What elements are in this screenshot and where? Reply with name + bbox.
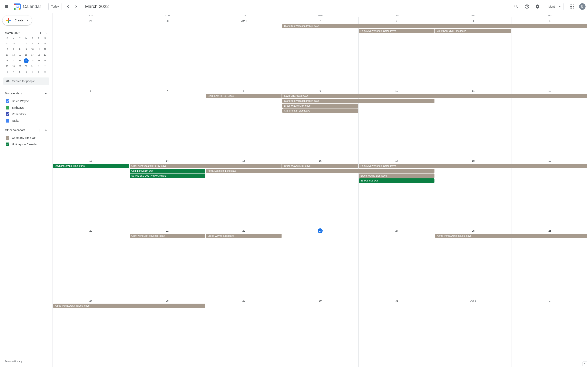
mini-day-cell[interactable]: 2 [42, 64, 48, 69]
date-number[interactable]: 15 [205, 157, 282, 163]
mini-day-cell[interactable]: 12 [42, 47, 48, 52]
date-number[interactable]: 17 [359, 157, 435, 163]
date-number[interactable]: 10 [359, 87, 435, 93]
mini-day-cell[interactable]: 2 [23, 41, 29, 47]
calendar-event[interactable]: Bruce Wayne Sick leave [282, 164, 358, 168]
calendar-event[interactable]: Clark Kent In Lieu leave [206, 94, 282, 98]
calendar-item[interactable]: Birthdays [4, 104, 51, 111]
date-number[interactable]: 27 [52, 17, 129, 24]
mini-next-button[interactable] [43, 30, 49, 36]
mini-day-cell[interactable]: 1 [35, 64, 42, 69]
mini-day-cell[interactable]: 16 [23, 52, 29, 58]
date-number[interactable]: Mar 1 [205, 17, 282, 24]
checkbox-icon[interactable] [6, 106, 9, 109]
date-number[interactable]: 29 [205, 297, 282, 303]
mini-day-cell[interactable]: 21 [10, 58, 17, 64]
checkbox-icon[interactable] [6, 112, 9, 116]
mini-day-cell[interactable]: 11 [35, 47, 42, 52]
terms-link[interactable]: Terms [5, 360, 12, 363]
mini-day-cell[interactable]: 7 [29, 69, 35, 75]
date-number[interactable]: 2 [282, 17, 359, 24]
mini-day-cell[interactable]: 5 [17, 69, 23, 75]
mini-day-cell[interactable]: 8 [17, 47, 23, 52]
calendar-item[interactable]: Holidays in Canada [4, 141, 51, 148]
date-number[interactable]: 8 [205, 87, 282, 93]
mini-day-cell[interactable]: 3 [29, 41, 35, 47]
calendar-item[interactable]: Tasks [4, 117, 51, 124]
calendar-event[interactable]: Bruce Wayne Sick leave [359, 174, 434, 178]
date-number[interactable]: 28 [129, 17, 206, 24]
mini-day-cell[interactable]: 13 [4, 52, 10, 58]
calendar-item[interactable]: Company Time Off [4, 134, 51, 141]
search-button[interactable] [511, 2, 521, 11]
date-number[interactable]: 23 [282, 227, 359, 233]
mini-prev-button[interactable] [38, 30, 43, 36]
date-number[interactable]: 19 [511, 157, 588, 163]
date-number[interactable]: 13 [52, 157, 129, 163]
calendar-event[interactable]: St. Patrick's Day [359, 178, 434, 183]
privacy-link[interactable]: Privacy [14, 360, 22, 363]
search-people-input[interactable]: Search for people [3, 77, 49, 85]
calendar-event[interactable]: Layla Miller Sick leave [282, 94, 587, 98]
date-number[interactable]: 21 [129, 227, 206, 233]
date-number[interactable]: 31 [359, 297, 435, 303]
mini-day-cell[interactable]: 1 [17, 41, 23, 47]
date-number[interactable]: 11 [435, 87, 512, 93]
calendar-event[interactable]: Alfred Pennyworth In Lieu leave [435, 234, 587, 238]
calendar-item[interactable]: Bruce Wayne [4, 98, 51, 104]
calendar-item[interactable]: Reminders [4, 111, 51, 117]
mini-day-cell[interactable]: 18 [35, 52, 42, 58]
my-calendars-header[interactable]: My calendars [2, 89, 51, 98]
mini-day-cell[interactable]: 15 [17, 52, 23, 58]
settings-button[interactable] [533, 2, 543, 11]
calendar-event[interactable]: Clark Kent Sick leave for today [130, 234, 205, 238]
prev-period-button[interactable] [64, 2, 72, 11]
mini-day-cell[interactable]: 14 [10, 52, 17, 58]
mini-day-cell[interactable]: 4 [10, 69, 17, 75]
date-number[interactable]: 5 [511, 17, 588, 24]
calendar-event[interactable]: Paige Avery Work in Office leave [359, 29, 434, 33]
date-number[interactable]: 12 [511, 87, 588, 93]
mini-day-cell[interactable]: 19 [42, 52, 48, 58]
app-logo[interactable]: 23 Calendar [13, 2, 41, 11]
calendar-event[interactable]: Bruce Wayne Sick leave [206, 234, 282, 238]
calendar-event[interactable]: Clark Kent In Lieu leave [282, 108, 358, 113]
mini-day-cell[interactable]: 28 [10, 41, 17, 47]
checkbox-icon[interactable] [6, 99, 9, 103]
calendar-event[interactable]: Paige Avery Work in Office leave [359, 164, 587, 168]
mini-day-cell[interactable]: 22 [17, 58, 23, 64]
date-number[interactable]: 30 [282, 297, 359, 303]
other-calendars-header[interactable]: Other calendars [2, 125, 51, 134]
next-period-button[interactable] [72, 2, 80, 11]
calendar-event[interactable]: Clark Kent Vacation Policy leave [130, 164, 282, 168]
mini-day-cell[interactable]: 29 [17, 64, 23, 69]
mini-day-cell[interactable]: 25 [35, 58, 42, 64]
calendar-event[interactable]: St. Patrick's Day (Newfoundland) [130, 174, 205, 178]
mini-day-cell[interactable]: 30 [23, 64, 29, 69]
mini-day-cell[interactable]: 23 [23, 58, 29, 64]
mini-day-cell[interactable]: 5 [42, 41, 48, 47]
date-number[interactable]: Apr 1 [435, 297, 512, 303]
mini-day-cell[interactable]: 17 [29, 52, 35, 58]
calendar-event[interactable]: Clark Kent OverTime leave [435, 29, 511, 33]
checkbox-icon[interactable] [6, 119, 9, 123]
view-selector[interactable]: Month [546, 3, 563, 10]
calendar-event[interactable]: Bruce Wayne Sick leave [282, 104, 358, 108]
mini-day-cell[interactable]: 20 [4, 58, 10, 64]
mini-day-cell[interactable]: 9 [42, 69, 48, 75]
checkbox-icon[interactable] [6, 142, 9, 146]
mini-day-cell[interactable]: 7 [10, 47, 17, 52]
calendar-event[interactable]: Alicia Adams In Lieu leave [206, 169, 434, 173]
mini-day-cell[interactable]: 3 [4, 69, 10, 75]
mini-day-cell[interactable]: 27 [4, 41, 10, 47]
date-number[interactable]: 7 [129, 87, 206, 93]
date-number[interactable]: 24 [359, 227, 435, 233]
mini-day-cell[interactable]: 31 [29, 64, 35, 69]
date-number[interactable]: 28 [129, 297, 206, 303]
date-number[interactable]: 14 [129, 157, 206, 163]
date-number[interactable]: 25 [435, 227, 512, 233]
date-number[interactable]: 26 [511, 227, 588, 233]
mini-day-cell[interactable]: 27 [4, 64, 10, 69]
date-number[interactable]: 2 [511, 297, 588, 303]
date-number[interactable]: 16 [282, 157, 359, 163]
